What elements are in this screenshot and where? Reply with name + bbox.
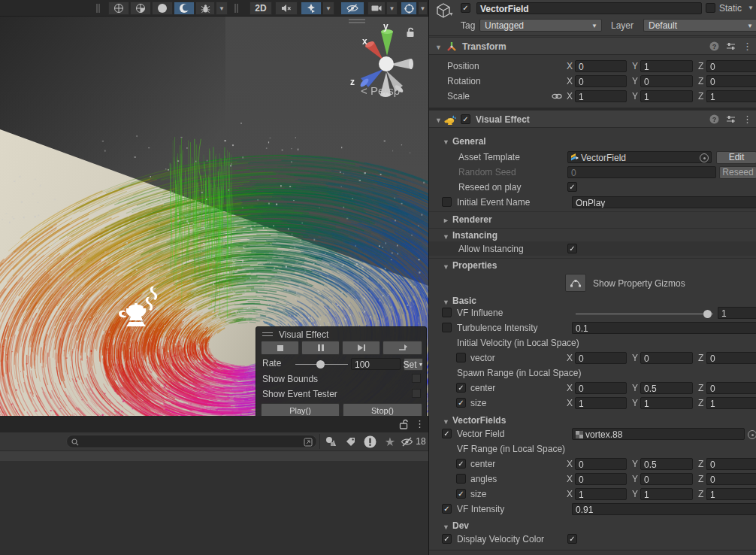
basic-foldout-icon[interactable]: ▼ [443,299,449,306]
position-x-field[interactable]: 0 [575,60,627,72]
favorites-star-icon[interactable]: ★ [381,434,399,449]
effects-dropdown-arrow-icon[interactable]: ▼ [322,2,334,15]
show-event-tester-checkbox[interactable] [412,389,421,398]
position-y-field[interactable]: 1 [640,60,693,72]
gizmos-dropdown-arrow-icon[interactable]: ▼ [418,2,428,15]
draw-mode-shaded-wireframe-icon[interactable] [130,2,151,15]
camera-icon[interactable] [367,2,386,15]
properties-foldout-icon[interactable]: ▼ [443,263,449,271]
vectorfields-foldout-icon[interactable]: ▼ [443,418,449,426]
debug-bug-icon[interactable] [195,2,215,15]
vf-angles-x-field[interactable]: 0 [575,473,627,485]
vf-center-checkbox[interactable]: ✓ [456,459,466,469]
toggle-2d-button[interactable]: 2D [249,2,272,15]
gizmos-toggle-icon[interactable] [401,2,417,15]
visual-effect-enabled-checkbox[interactable]: ✓ [461,114,470,124]
turbulence-checkbox[interactable] [442,323,452,332]
vector-x-field[interactable]: 0 [575,352,627,364]
visual-effect-foldout-icon[interactable]: ▼ [435,117,442,124]
layer-dropdown[interactable]: Default▼ [643,19,756,32]
overlay-drag-handle[interactable] [262,332,273,336]
vector-y-field[interactable]: 0 [640,352,693,364]
vf-center-z-field[interactable]: 0 [706,458,756,470]
dev-foldout-icon[interactable]: ▼ [443,523,449,531]
vfx-presets-icon[interactable] [726,114,736,124]
transform-header[interactable]: ▼ Transform ? ⋮ [429,37,756,55]
vfx-stop-icon[interactable] [261,341,299,355]
spawn-size-y-field[interactable]: 1 [640,397,693,409]
vf-influence-slider-handle[interactable] [703,310,712,318]
transform-help-icon[interactable]: ? [709,41,719,51]
vector-field-picker-icon[interactable] [748,430,756,439]
instancing-foldout-icon[interactable]: ▼ [443,233,449,241]
rate-value-field[interactable]: 100 [351,358,401,370]
effects-icon[interactable] [301,2,322,15]
scale-y-field[interactable]: 1 [640,90,693,102]
vf-intensity-field[interactable]: 0.91 [572,503,756,515]
vfx-pause-icon[interactable] [301,341,340,355]
turbulence-field[interactable]: 0.1 [572,322,756,334]
vector-field-field[interactable]: vortex.88 [572,428,745,440]
stop-button[interactable]: Stop() [343,403,422,416]
scene-view[interactable]: y x z < Persp [0,17,428,416]
renderer-foldout-icon[interactable]: ► [443,217,449,224]
scale-z-field[interactable]: 1 [706,90,756,102]
static-dropdown-arrow-icon[interactable]: ▼ [748,5,754,11]
vf-influence-checkbox[interactable] [442,308,452,317]
vf-angles-checkbox[interactable] [456,474,466,484]
toolbar-drag-handle[interactable] [96,4,100,13]
vf-size-y-field[interactable]: 1 [640,488,693,500]
allow-instancing-checkbox[interactable]: ✓ [567,244,577,253]
play-button[interactable]: Play() [261,403,340,416]
tag-dropdown[interactable]: Untagged▼ [479,19,602,32]
reseed-on-play-checkbox[interactable]: ✓ [567,182,577,192]
persp-label[interactable]: < Persp [361,84,400,97]
debug-dropdown-arrow-icon[interactable]: ▼ [216,2,228,15]
asset-template-picker-icon[interactable] [700,153,709,162]
rotation-x-field[interactable]: 0 [575,75,627,87]
audio-mute-icon[interactable] [275,2,298,15]
vf-intensity-checkbox[interactable]: ✓ [442,504,452,514]
visual-effect-gizmo-lamp-icon[interactable] [114,284,162,330]
asset-template-field[interactable]: VectorField [567,151,712,163]
rotation-y-field[interactable]: 0 [640,75,693,87]
draw-mode-wireframe-icon[interactable] [108,2,129,15]
display-velocity-checkbox-left[interactable]: ✓ [442,534,452,544]
filter-by-label-icon[interactable] [342,434,360,449]
vf-size-x-field[interactable]: 1 [575,488,627,500]
scale-x-field[interactable]: 1 [575,90,627,102]
vf-influence-slider-track[interactable] [576,314,713,314]
reseed-button[interactable]: Reseed [719,166,756,179]
position-z-field[interactable]: 0 [706,60,756,72]
scale-link-icon[interactable] [552,92,562,101]
edit-button[interactable]: Edit [716,151,756,164]
rotation-z-field[interactable]: 0 [706,75,756,87]
spawn-center-y-field[interactable]: 0.5 [640,382,693,394]
show-bounds-checkbox[interactable] [412,374,421,383]
vfx-step-icon[interactable] [342,341,380,355]
spawn-size-x-field[interactable]: 1 [575,397,627,409]
search-input[interactable] [66,435,317,448]
warning-filter-icon[interactable] [361,434,379,449]
scene-visibility-icon[interactable] [340,2,364,15]
vfx-menu-icon[interactable]: ⋮ [742,114,752,124]
static-checkbox[interactable] [706,3,715,13]
gameobject-active-checkbox[interactable]: ✓ [461,3,470,13]
search-in-window-icon[interactable] [304,438,313,447]
vector-field-checkbox[interactable]: ✓ [442,429,452,438]
panel-menu-icon[interactable]: ⋮ [415,418,425,429]
transform-menu-icon[interactable]: ⋮ [742,41,752,51]
spawn-size-checkbox[interactable]: ✓ [456,398,466,408]
bottom-panel-row[interactable] [0,451,428,461]
spawn-center-checkbox[interactable]: ✓ [456,383,466,393]
vector-z-field[interactable]: 0 [706,352,756,364]
filter-by-type-icon[interactable] [322,434,340,449]
vf-size-z-field[interactable]: 1 [706,488,756,500]
panel-lock-icon[interactable] [399,419,408,429]
rate-slider-handle[interactable] [316,360,325,368]
gameobject-cube-icon[interactable]: ▼ [435,2,452,19]
spawn-center-z-field[interactable]: 0 [706,382,756,394]
toolbar-drag-handle-2[interactable] [234,4,238,13]
initial-event-checkbox[interactable] [442,197,452,207]
visual-effect-header[interactable]: ▼ ✓ Visual Effect ? ⋮ [429,110,756,128]
